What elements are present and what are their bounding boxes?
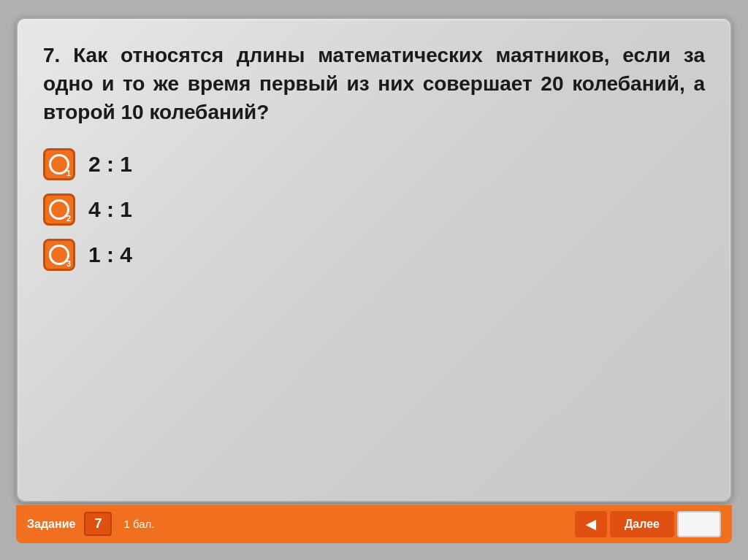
answer-badge-1: 1 — [43, 148, 75, 180]
question-card: 7. Как относятся длины математических ма… — [16, 18, 732, 502]
answer-number-1: 1 — [66, 169, 71, 177]
main-container: 7. Как относятся длины математических ма… — [16, 18, 732, 543]
answer-item-1[interactable]: 1 2 : 1 — [43, 148, 705, 180]
question-text: 7. Как относятся длины математических ма… — [43, 41, 705, 127]
answer-label-1: 2 : 1 — [88, 152, 132, 177]
answer-number-2: 2 — [66, 215, 71, 223]
answer-badge-3: 3 — [43, 239, 75, 271]
answer-item-3[interactable]: 3 1 : 4 — [43, 239, 705, 271]
nav-buttons: ◄ Далее — [575, 511, 721, 537]
zadanie-number: 7 — [84, 512, 112, 536]
next-button[interactable]: Далее — [610, 511, 674, 537]
answer-item-2[interactable]: 2 4 : 1 — [43, 193, 705, 226]
answer-label-2: 4 : 1 — [88, 197, 132, 222]
answer-badge-2: 2 — [43, 193, 75, 226]
answers-list: 1 2 : 1 2 4 : 1 3 1 : 4 — [43, 148, 705, 271]
bottom-bar: Задание 7 1 бал. ◄ Далее — [16, 505, 732, 543]
score-label: 1 бал. — [123, 518, 154, 530]
answer-label-3: 1 : 4 — [88, 242, 132, 267]
zadanie-label: Задание — [27, 518, 75, 531]
nav-empty-box — [677, 511, 721, 537]
answer-number-3: 3 — [66, 260, 71, 268]
back-button[interactable]: ◄ — [575, 511, 607, 537]
